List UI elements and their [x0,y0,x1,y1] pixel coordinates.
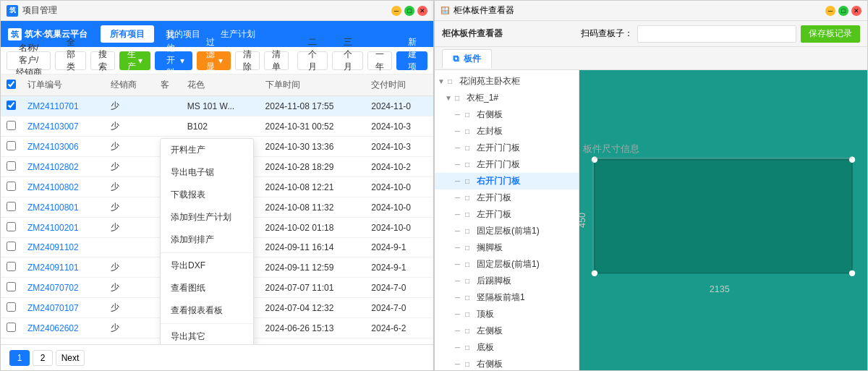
select-all-checkbox[interactable] [7,80,16,89]
menu-item-download-report[interactable]: 下载报表 [161,184,253,206]
order-id-10[interactable]: ZM24070107 [27,303,79,313]
row-checkbox-8[interactable] [7,262,16,271]
col-order-id: 订单编号 [22,74,105,96]
tree-leaf[interactable]: ─□搁脚板 [435,239,579,256]
tree-leaf[interactable]: ─□固定层板(前墙1) [435,256,579,273]
row-checkbox-10[interactable] [7,302,16,312]
tree-root[interactable]: ▼□花润苑主卧衣柜 [435,73,579,90]
row-checkbox-0[interactable] [7,101,16,110]
remove-filter-btn[interactable]: 清除 [235,51,260,70]
dealer-cell-9: 少 [105,278,155,298]
right-close-btn[interactable]: ✕ [851,6,861,16]
two-months-btn[interactable]: 二个月内 [297,51,328,70]
order-id-1[interactable]: ZM24103007 [27,121,79,132]
order-id-11[interactable]: ZM24062602 [27,323,79,333]
order-id-2[interactable]: ZM24103006 [27,142,79,152]
page-1-btn[interactable]: 1 [9,350,30,366]
maximize-btn[interactable]: □ [404,6,414,16]
new-project-btn[interactable]: 新建项目 [396,51,427,70]
tree-leaf[interactable]: ─□左开门门板 [435,156,579,173]
minimize-btn[interactable]: ─ [391,6,401,16]
menu-item-add-production-plan[interactable]: 添加到生产计划 [161,206,253,229]
right-minimize-btn[interactable]: ─ [825,6,835,16]
table-row[interactable]: ZM24110701 少 MS 101 W... 2024-11-08 17:5… [1,96,433,116]
svg-point-4 [592,270,597,276]
tree-leaf[interactable]: ─□右侧板 [435,106,579,123]
menu-item-export-other[interactable]: 导出其它 [161,325,253,344]
scan-input[interactable] [637,25,796,43]
tree-leaf[interactable]: ─□左封板 [435,123,579,140]
tree-leaf[interactable]: ─□左开门板 [435,189,579,206]
svg-point-5 [849,270,855,276]
right-window: 🪟 柜体板件查看器 ─ □ ✕ 柜体板件查看器 扫码查板子： 保存板记录 ⧉ 板… [434,0,868,371]
divider-2 [161,323,253,324]
delivery-time-cell-9: 2024-7-0 [365,278,433,298]
close-btn[interactable]: ✕ [417,6,427,16]
tab-production-plan[interactable]: 生产计划 [212,26,264,43]
one-year-btn[interactable]: 一年 [367,51,392,70]
tab-all-projects[interactable]: 所有项目 [101,25,154,43]
order-id-5[interactable]: ZM24100801 [27,202,79,213]
row-checkbox-1[interactable] [7,121,16,130]
order-id-7[interactable]: ZM24091102 [27,242,79,252]
col-order-time: 下单时间 [260,74,366,96]
clear-list-btn[interactable]: 清单 [264,51,289,70]
order-time-cell-8: 2024-09-11 12:59 [260,257,366,278]
production-dropdown-btn[interactable]: 生产 ▾ [119,51,150,70]
page-2-btn[interactable]: 2 [33,350,53,366]
order-id-4[interactable]: ZM24100802 [27,182,79,192]
menu-item-produce[interactable]: 开料生产 [161,139,253,161]
search-btn[interactable]: 搜索 [90,51,115,70]
order-time-cell-10: 2024-07-04 12:32 [260,298,366,318]
tree-leaf[interactable]: ─□右开门门板 [435,173,579,189]
table-row[interactable]: ZM24103007 少 B102 2024-10-31 00:52 2024-… [1,116,433,137]
tree-child[interactable]: ▼□衣柜_1# [435,90,579,106]
tree-leaf[interactable]: ─□顶板 [435,306,579,323]
dealer-cell-5: 少 [105,197,155,218]
customer-cell-0 [155,96,182,116]
row-checkbox-11[interactable] [7,323,16,332]
order-id-0[interactable]: ZM24110701 [27,101,79,111]
tree-leaf[interactable]: ─□左开门板 [435,206,579,223]
row-checkbox-4[interactable] [7,182,16,191]
customer-filter-btn[interactable]: 名称/客户/经销商 [7,51,51,70]
app-title-right: 柜体板件查看器 [442,27,503,40]
save-board-btn[interactable]: 保存板记录 [801,25,860,43]
order-id-6[interactable]: ZM24100201 [27,223,79,233]
order-id-8[interactable]: ZM24091101 [27,263,79,273]
board-tab[interactable]: ⧉ 板件 [442,49,492,68]
row-checkbox-3[interactable] [7,161,16,171]
category-filter-btn[interactable]: 全部类别 [55,51,86,70]
tree-leaf[interactable]: ─□左侧板 [435,323,579,339]
other-machine-dropdown-btn[interactable]: 其他开料机 ▾ [155,51,192,70]
row-checkbox-2[interactable] [7,141,16,150]
row-checkbox-9[interactable] [7,282,16,291]
delivery-time-cell-8: 2024-9-1 [365,257,433,278]
tree-leaf[interactable]: ─□固定层板(前墙1) [435,223,579,239]
menu-item-view-report[interactable]: 查看报表看板 [161,299,253,322]
tree-leaf[interactable]: ─□底板 [435,339,579,356]
menu-item-export-dxf[interactable]: 导出DXF [161,255,253,277]
menu-item-add-schedule[interactable]: 添加到排产 [161,229,253,251]
tree-panel: ▼□花润苑主卧衣柜▼□衣柜_1#─□右侧板─□左封板─□左开门门板─□左开门门板… [435,70,579,370]
tree-leaf[interactable]: ─□后踢脚板 [435,273,579,289]
next-page-btn[interactable]: Next [56,350,85,366]
row-checkbox-6[interactable] [7,222,16,231]
tree-leaf[interactable]: ─□竖隔板前墙1 [435,289,579,306]
order-id-9[interactable]: ZM24070702 [27,283,79,293]
menu-item-export-saw[interactable]: 导出电子锯 [161,161,253,184]
right-maximize-btn[interactable]: □ [838,6,848,16]
menu-item-view-drawing[interactable]: 查看图纸 [161,277,253,299]
delivery-time-cell-3: 2024-10-2 [365,157,433,177]
right-content: ▼□花润苑主卧衣柜▼□衣柜_1#─□右侧板─□左封板─□左开门门板─□左开门门板… [435,70,867,370]
order-time-cell-6: 2024-10-02 01:18 [260,218,366,238]
svg-text:450: 450 [579,213,587,228]
order-id-3[interactable]: ZM24102802 [27,162,79,172]
filter-display-btn[interactable]: 过滤显示 ▾ [197,51,231,70]
delivery-time-cell-1: 2024-10-3 [365,116,433,137]
row-checkbox-5[interactable] [7,202,16,211]
tree-leaf[interactable]: ─□右侧板 [435,356,579,370]
three-months-btn[interactable]: 三个月内 [332,51,363,70]
row-checkbox-7[interactable] [7,242,16,251]
tree-leaf[interactable]: ─□左开门门板 [435,140,579,156]
